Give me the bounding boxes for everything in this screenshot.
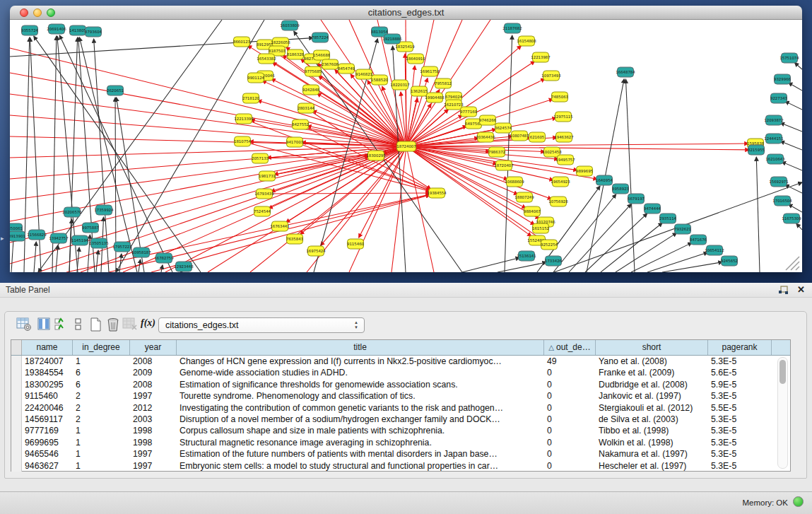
network-node[interactable]: 19384554: [427, 188, 447, 198]
network-node[interactable]: 1145194: [71, 235, 89, 245]
table-cell[interactable]: Franke et al. (2009): [596, 367, 708, 378]
table-cell[interactable]: 19384554: [22, 367, 73, 378]
network-node[interactable]: 8454749: [338, 64, 355, 74]
network-edge[interactable]: [406, 98, 418, 146]
table-cell[interactable]: 5.3E-5: [708, 425, 772, 436]
table-cell[interactable]: Tibbo et al. (1998): [596, 425, 708, 436]
table-row[interactable]: 946362711997Embryonic stem cells: a mode…: [11, 460, 790, 472]
table-cell[interactable]: 1: [73, 448, 130, 460]
table-cell[interactable]: 2: [73, 402, 130, 414]
network-node[interactable]: 2718120: [242, 93, 260, 103]
network-node[interactable]: 9777169: [460, 107, 478, 117]
table-cell[interactable]: 9463627: [22, 460, 73, 472]
network-node[interactable]: 3913901: [10, 231, 25, 241]
network-node[interactable]: 1362615: [411, 86, 428, 96]
network-edge[interactable]: [34, 242, 36, 272]
column-header-short[interactable]: short: [596, 340, 708, 355]
close-panel-icon[interactable]: ✕: [797, 285, 805, 295]
window-titlebar[interactable]: citations_edges.txt: [10, 6, 802, 20]
network-edge[interactable]: [462, 257, 519, 272]
network-node[interactable]: 1615152: [532, 223, 549, 233]
table-cell[interactable]: 14569117: [22, 414, 73, 425]
memory-status-indicator[interactable]: [793, 496, 804, 507]
network-node[interactable]: 20364436: [476, 132, 495, 142]
network-node[interactable]: 1733426: [545, 256, 563, 266]
network-node[interactable]: 17359924: [94, 205, 114, 215]
network-node[interactable]: 16793439: [254, 189, 274, 199]
network-node[interactable]: 1588520: [371, 75, 389, 85]
table-cell[interactable]: 2008: [130, 356, 177, 367]
network-edge[interactable]: [756, 157, 760, 272]
network-edge[interactable]: [406, 144, 748, 146]
table-cell[interactable]: Wolkin et al. (1998): [596, 437, 708, 448]
table-cell[interactable]: Estimation of the future numbers of pati…: [177, 448, 544, 460]
network-edge[interactable]: [796, 223, 802, 230]
zoom-window-icon[interactable]: [47, 8, 55, 17]
table-row[interactable]: 2242004622012Investigating the contribut…: [11, 402, 790, 414]
network-node[interactable]: 18720407: [494, 160, 513, 170]
network-node[interactable]: 11566829: [27, 230, 47, 240]
float-panel-icon[interactable]: [778, 286, 789, 295]
table-cell[interactable]: Genome-wide association studies in ADHD.: [177, 367, 544, 378]
column-header-title[interactable]: title: [177, 340, 544, 355]
network-node[interactable]: 12975115: [553, 112, 572, 122]
network-node[interactable]: 6679197: [628, 194, 645, 204]
network-node[interactable]: 2367608: [322, 59, 339, 69]
network-node[interactable]: 18640910: [406, 54, 425, 64]
table-cell[interactable]: Estimation of significance thresholds fo…: [177, 379, 544, 390]
select-columns-icon[interactable]: [54, 317, 69, 332]
function-builder-icon[interactable]: f(x): [141, 317, 155, 329]
network-node[interactable]: 1413805: [69, 25, 86, 35]
table-cell[interactable]: 2009: [130, 367, 177, 378]
table-cell[interactable]: 0: [544, 437, 596, 448]
network-node[interactable]: 9115460: [347, 239, 365, 249]
network-edge[interactable]: [601, 223, 662, 272]
table-cell[interactable]: 2: [73, 390, 130, 402]
table-scrollbar-thumb[interactable]: [779, 360, 786, 384]
table-cell[interactable]: 5.3E-5: [708, 390, 772, 402]
table-cell[interactable]: 1997: [130, 390, 177, 402]
network-node[interactable]: 3624574: [495, 123, 512, 133]
table-cell[interactable]: Corpus callosum shape and size in male p…: [177, 425, 544, 436]
network-canvas[interactable]: 1872400786601238912955182260588187503165…: [10, 20, 802, 272]
table-cell[interactable]: Hescheler et al. (1997): [596, 460, 708, 472]
network-node[interactable]: 12923448: [174, 262, 194, 271]
table-cell[interactable]: 1: [73, 425, 130, 436]
network-node[interactable]: 15136141: [517, 251, 536, 261]
table-row[interactable]: 1830029562008Estimation of significance …: [11, 379, 790, 390]
panel-collapse-arrow-icon[interactable]: ▸: [1, 235, 4, 242]
table-cell[interactable]: Tourette syndrome. Phenomenology and cla…: [177, 390, 544, 402]
network-edge[interactable]: [258, 100, 406, 146]
table-cell[interactable]: 49: [544, 356, 596, 367]
network-node[interactable]: 16782759: [154, 253, 174, 263]
network-edge[interactable]: [10, 146, 406, 264]
network-node[interactable]: 16543382: [257, 54, 276, 64]
network-node[interactable]: 12213987: [531, 52, 550, 62]
network-edge[interactable]: [10, 73, 406, 146]
network-edge[interactable]: [789, 204, 802, 212]
table-cell[interactable]: 9465546: [22, 448, 73, 460]
network-node[interactable]: 8186328: [287, 49, 305, 59]
network-edge[interactable]: [785, 185, 802, 193]
close-window-icon[interactable]: [20, 8, 28, 17]
table-cell[interactable]: 5.9E-5: [708, 379, 772, 390]
network-node[interactable]: 15692971: [769, 177, 788, 187]
network-edge[interactable]: [161, 265, 163, 272]
table-cell[interactable]: Disruption of a novel member of a sodium…: [177, 414, 544, 425]
network-node[interactable]: 17957223: [112, 242, 131, 252]
network-node[interactable]: 1546688: [313, 50, 331, 60]
network-edge[interactable]: [782, 162, 802, 170]
network-node[interactable]: 17016504: [772, 196, 792, 206]
network-node[interactable]: 7635843: [286, 234, 303, 244]
network-node[interactable]: 10756928: [548, 197, 568, 206]
table-cell[interactable]: Dudbridge et al. (2008): [596, 379, 708, 390]
network-node[interactable]: 13505135: [89, 238, 108, 248]
network-node[interactable]: 12093872: [764, 115, 783, 125]
network-edge[interactable]: [96, 250, 98, 272]
network-node[interactable]: 11675309: [782, 214, 801, 223]
table-cell[interactable]: 0: [544, 460, 596, 472]
network-edge[interactable]: [785, 101, 802, 110]
table-cell[interactable]: de Silva et al. (2003): [596, 414, 708, 425]
network-node[interactable]: 13942757: [49, 233, 68, 243]
table-cell[interactable]: 18724007: [22, 356, 73, 367]
